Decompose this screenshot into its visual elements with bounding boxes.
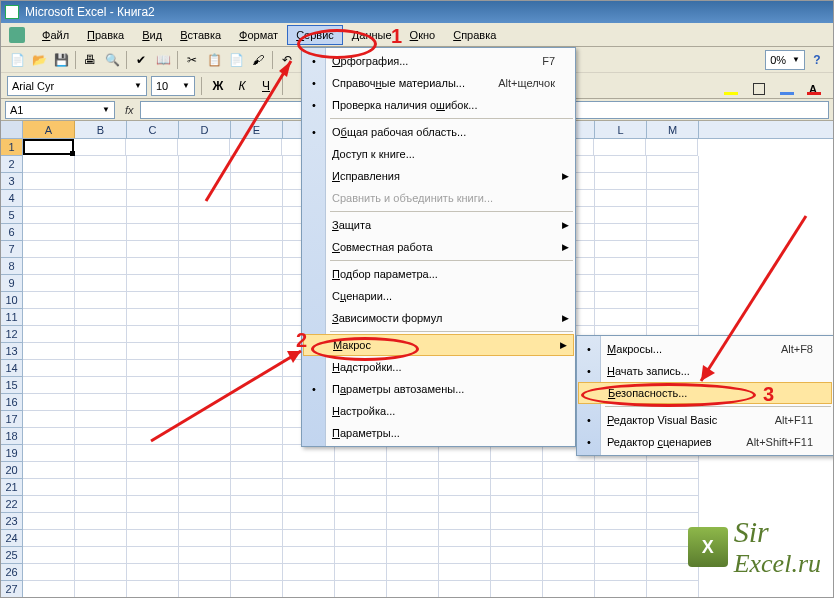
cell[interactable]: [23, 139, 74, 155]
cell[interactable]: [75, 377, 127, 394]
cell[interactable]: [231, 394, 283, 411]
cell[interactable]: [127, 156, 179, 173]
cell[interactable]: [543, 547, 595, 564]
font-size-select[interactable]: 10 ▼: [151, 76, 195, 96]
cell[interactable]: [127, 275, 179, 292]
cell[interactable]: [231, 462, 283, 479]
cell[interactable]: [231, 241, 283, 258]
cell[interactable]: [179, 258, 231, 275]
italic-button[interactable]: К: [232, 76, 252, 96]
cell[interactable]: [127, 377, 179, 394]
cell[interactable]: [75, 394, 127, 411]
cell[interactable]: [23, 445, 75, 462]
row-header[interactable]: 20: [1, 462, 23, 479]
cell[interactable]: [647, 275, 699, 292]
cell[interactable]: [231, 445, 283, 462]
cell[interactable]: [179, 513, 231, 530]
cell[interactable]: [127, 190, 179, 207]
cell[interactable]: [283, 547, 335, 564]
cell[interactable]: [283, 513, 335, 530]
cell[interactable]: [179, 156, 231, 173]
cell[interactable]: [387, 581, 439, 598]
cell[interactable]: [595, 207, 647, 224]
cell[interactable]: [75, 343, 127, 360]
cell[interactable]: [23, 360, 75, 377]
cell[interactable]: [75, 360, 127, 377]
cell[interactable]: [283, 445, 335, 462]
cell[interactable]: [231, 547, 283, 564]
cell[interactable]: [75, 207, 127, 224]
menu-правка[interactable]: Правка: [78, 25, 133, 45]
cell[interactable]: [179, 275, 231, 292]
cell[interactable]: [23, 530, 75, 547]
row-header[interactable]: 14: [1, 360, 23, 377]
cell[interactable]: [646, 139, 698, 156]
cell[interactable]: [75, 224, 127, 241]
cell[interactable]: [179, 496, 231, 513]
cell[interactable]: [335, 479, 387, 496]
cell[interactable]: [23, 326, 75, 343]
undo-icon[interactable]: ↶: [277, 50, 297, 70]
cell[interactable]: [595, 513, 647, 530]
cell[interactable]: [179, 377, 231, 394]
row-header[interactable]: 10: [1, 292, 23, 309]
cell[interactable]: [491, 547, 543, 564]
cell[interactable]: [126, 139, 178, 156]
cell[interactable]: [231, 496, 283, 513]
service-menu-item[interactable]: Настройка...: [302, 400, 575, 422]
open-icon[interactable]: 📂: [29, 50, 49, 70]
cell[interactable]: [23, 496, 75, 513]
row-header[interactable]: 1: [1, 139, 23, 156]
cell[interactable]: [75, 547, 127, 564]
cell[interactable]: [439, 513, 491, 530]
underline-button[interactable]: Ч: [256, 76, 276, 96]
cell[interactable]: [179, 241, 231, 258]
cell[interactable]: [231, 258, 283, 275]
cell[interactable]: [23, 173, 75, 190]
cell[interactable]: [23, 581, 75, 598]
cell[interactable]: [127, 258, 179, 275]
cell[interactable]: [283, 479, 335, 496]
cell[interactable]: [179, 326, 231, 343]
service-menu-item[interactable]: Совместная работа▶: [302, 236, 575, 258]
cell[interactable]: [491, 496, 543, 513]
cell[interactable]: [127, 513, 179, 530]
row-header[interactable]: 23: [1, 513, 23, 530]
cell[interactable]: [127, 173, 179, 190]
service-menu-item[interactable]: Сценарии...: [302, 285, 575, 307]
row-header[interactable]: 21: [1, 479, 23, 496]
cell[interactable]: [75, 309, 127, 326]
cell[interactable]: [491, 445, 543, 462]
cell[interactable]: [23, 190, 75, 207]
zoom-select[interactable]: 0% ▼: [765, 50, 805, 70]
cell[interactable]: [179, 173, 231, 190]
cell[interactable]: [231, 224, 283, 241]
cell[interactable]: [23, 343, 75, 360]
cell[interactable]: [127, 411, 179, 428]
font-name-select[interactable]: Arial Cyr ▼: [7, 76, 147, 96]
cell[interactable]: [75, 564, 127, 581]
cell[interactable]: [439, 547, 491, 564]
cell[interactable]: [595, 479, 647, 496]
bold-button[interactable]: Ж: [208, 76, 228, 96]
column-header[interactable]: M: [647, 121, 699, 138]
cell[interactable]: [127, 564, 179, 581]
cell[interactable]: [23, 428, 75, 445]
cell[interactable]: [335, 564, 387, 581]
service-menu-item[interactable]: •Общая рабочая область...: [302, 121, 575, 143]
cell[interactable]: [647, 190, 699, 207]
cell[interactable]: [595, 156, 647, 173]
cell[interactable]: [179, 564, 231, 581]
cell[interactable]: [75, 326, 127, 343]
row-header[interactable]: 25: [1, 547, 23, 564]
cell[interactable]: [127, 530, 179, 547]
cell[interactable]: [231, 190, 283, 207]
cell[interactable]: [231, 207, 283, 224]
border-button[interactable]: [747, 76, 771, 96]
row-header[interactable]: 11: [1, 309, 23, 326]
cell[interactable]: [543, 530, 595, 547]
cell[interactable]: [127, 207, 179, 224]
cell[interactable]: [179, 292, 231, 309]
cell[interactable]: [179, 343, 231, 360]
cell[interactable]: [75, 530, 127, 547]
